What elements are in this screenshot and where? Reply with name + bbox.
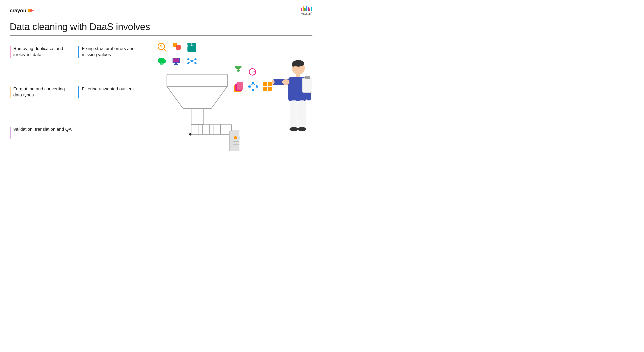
svg-rect-56 (252, 82, 254, 84)
svg-rect-28 (167, 74, 227, 86)
item-text-4: Filtering unwanted outliers (82, 86, 134, 92)
item-bar-2 (78, 46, 79, 58)
svg-rect-55 (237, 82, 243, 90)
maya-bar-6 (309, 9, 310, 11)
svg-line-60 (250, 84, 253, 86)
svg-rect-48 (236, 68, 240, 69)
item-text-2: Fixing structural errors and missing val… (82, 46, 142, 58)
svg-rect-47 (235, 66, 242, 68)
list-item-2: Fixing structural errors and missing val… (78, 42, 147, 82)
svg-point-39 (189, 133, 192, 136)
person-svg (272, 52, 312, 157)
filter-icon (234, 66, 243, 78)
svg-rect-77 (304, 76, 310, 79)
maya-bar-7 (311, 7, 312, 11)
list-item-1: Removing duplicates and irrelevant data (10, 42, 78, 82)
refresh-icon (247, 66, 258, 77)
svg-rect-64 (263, 82, 267, 86)
person-illustration (272, 52, 312, 158)
list-item-3: Formatting and converting data types (10, 82, 78, 123)
files-icon (234, 82, 244, 92)
main-content: Removing duplicates and irrelevant data … (0, 36, 322, 163)
svg-rect-52 (253, 71, 255, 72)
svg-rect-76 (302, 78, 312, 92)
crayon-logo-text: crayon (10, 8, 26, 14)
svg-point-81 (282, 79, 290, 85)
svg-rect-65 (268, 82, 272, 86)
svg-point-5 (160, 45, 161, 46)
maya-logo-bars (301, 6, 312, 11)
svg-marker-1 (30, 9, 34, 13)
svg-rect-30 (191, 124, 232, 134)
item-text-5: Validation, translation and QA (13, 126, 72, 133)
grid-icon (262, 82, 273, 92)
crayon-arrow-icon (28, 7, 34, 14)
svg-rect-57 (248, 86, 251, 88)
maya-bar-1 (301, 8, 302, 11)
svg-line-62 (253, 84, 257, 86)
item-bar-5 (10, 127, 10, 139)
svg-marker-50 (237, 70, 240, 73)
svg-rect-83 (298, 101, 306, 129)
maya-logo: maya.ai™ (301, 6, 312, 16)
svg-rect-40 (230, 131, 240, 151)
list-item-5: Validation, translation and QA (10, 123, 78, 163)
illustration-area (147, 42, 312, 163)
list-item-4: Filtering unwanted outliers (78, 82, 147, 123)
svg-rect-9 (192, 43, 196, 46)
item-text-3: Formatting and converting data types (13, 86, 73, 98)
maya-bar-2 (303, 7, 304, 11)
svg-rect-67 (268, 87, 272, 91)
item-bar-1 (10, 46, 10, 58)
svg-rect-82 (290, 101, 298, 129)
output-row-2 (234, 82, 273, 92)
svg-rect-66 (263, 87, 267, 91)
maya-bar-5 (308, 7, 309, 11)
item-text-1: Removing duplicates and irrelevant data (13, 46, 73, 58)
maya-bar-3 (304, 8, 306, 11)
svg-rect-59 (256, 86, 258, 88)
maya-bar-4 (306, 6, 307, 11)
item-bar-3 (10, 86, 10, 98)
title-section: Data cleaning with DaaS involves (0, 16, 322, 32)
svg-rect-8 (188, 43, 192, 46)
svg-rect-70 (292, 63, 295, 67)
funnel-illustration (163, 46, 248, 159)
item-bar-4 (78, 86, 79, 98)
svg-rect-71 (296, 74, 300, 78)
crayon-logo: crayon (10, 7, 34, 14)
maya-logo-text: maya.ai™ (301, 12, 312, 16)
svg-point-84 (290, 127, 298, 131)
svg-point-85 (298, 127, 306, 131)
svg-point-41 (234, 136, 237, 139)
text-items-grid: Removing duplicates and irrelevant data … (10, 42, 147, 163)
output-icons (234, 66, 273, 96)
page-title: Data cleaning with DaaS involves (10, 21, 312, 32)
header: crayon maya.ai™ (0, 0, 322, 16)
svg-rect-58 (252, 89, 254, 91)
output-row-1 (234, 66, 273, 78)
hierarchy-icon (248, 82, 258, 92)
svg-rect-29 (191, 109, 203, 125)
